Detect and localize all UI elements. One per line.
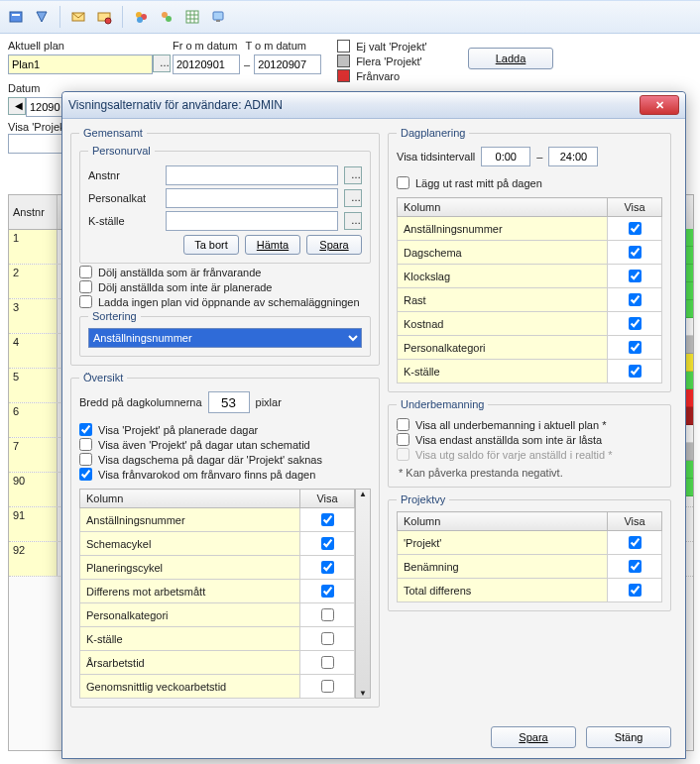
ladda-button[interactable]: Ladda: [468, 48, 553, 69]
chk-ov-1[interactable]: [79, 423, 92, 436]
table-visa-checkbox[interactable]: [629, 222, 642, 235]
scrollbar[interactable]: ▲▼: [355, 489, 371, 699]
spara-button[interactable]: Spara: [491, 726, 576, 748]
lbl-ov-4: Visa frånvarokod om frånvaro finns på da…: [98, 469, 315, 481]
pick-personalkat[interactable]: …: [344, 189, 362, 207]
input-bredd[interactable]: [208, 391, 250, 413]
th-visa: Visa: [608, 512, 662, 531]
spara-urval-button[interactable]: Spara: [306, 235, 362, 255]
tabort-button[interactable]: Ta bort: [183, 235, 239, 255]
table-visa-checkbox[interactable]: [321, 585, 334, 598]
table-cell-name: Anställningsnummer: [398, 217, 608, 241]
toolbar-btn-6[interactable]: [155, 5, 178, 29]
table-visa-checkbox[interactable]: [321, 608, 334, 621]
table-cell-name: Schemacykel: [80, 532, 300, 556]
table-visa-checkbox[interactable]: [321, 537, 334, 550]
chk-hide-oplanerad[interactable]: [79, 280, 92, 293]
table-visa-checkbox[interactable]: [321, 632, 334, 645]
input-time-from[interactable]: [481, 147, 530, 166]
th-kolumn: Kolumn: [398, 198, 608, 217]
table-cell-name: K-ställe: [398, 360, 608, 383]
table-cell-name: Total differens: [398, 579, 608, 602]
chk-ov-3[interactable]: [79, 453, 92, 466]
swatch-franvaro: [337, 69, 350, 82]
input-personalkat[interactable]: [166, 188, 338, 208]
stang-button[interactable]: Stäng: [586, 726, 671, 748]
row-number: 90: [9, 473, 58, 506]
table-visa-checkbox[interactable]: [629, 365, 642, 378]
svg-rect-10: [186, 11, 198, 23]
col-anstnr: Anstnr: [9, 195, 58, 229]
input-kstalle[interactable]: [166, 211, 338, 231]
row-number: 2: [9, 265, 58, 298]
lbl-no-load: Ladda ingen plan vid öppnande av schemal…: [98, 296, 360, 308]
input-time-to[interactable]: [548, 147, 598, 166]
table-cell-name: Planeringscykel: [80, 556, 300, 580]
svg-point-7: [137, 17, 143, 23]
sort-select[interactable]: Anställningsnummer: [88, 328, 362, 348]
pick-kstalle[interactable]: …: [344, 212, 362, 230]
legend-ej: Ej valt 'Projekt': [356, 41, 426, 53]
to-date[interactable]: [254, 55, 321, 74]
table-visa-checkbox[interactable]: [629, 293, 642, 306]
toolbar-btn-2[interactable]: [30, 5, 54, 29]
table-cell-name: 'Projekt': [398, 531, 608, 555]
input-anstnr[interactable]: [166, 165, 338, 185]
table-visa-checkbox[interactable]: [629, 341, 642, 354]
tom-label: T o m datum: [245, 40, 306, 52]
toolbar-btn-4[interactable]: [92, 5, 116, 29]
chk-hide-franvaro[interactable]: [79, 266, 92, 278]
row-number: 6: [9, 403, 58, 437]
table-cell-name: Årsarbetstid: [80, 651, 300, 675]
plan-label: Aktuell plan: [8, 40, 157, 52]
toolbar-btn-5[interactable]: [129, 5, 153, 29]
oversikt-table[interactable]: KolumnVisa AnställningsnummerSchemacykel…: [79, 489, 355, 699]
group-under: Underbemanning Visa all underbemanning i…: [388, 398, 671, 488]
plan-input[interactable]: [8, 55, 153, 74]
legend-oversikt: Översikt: [79, 372, 127, 383]
lbl-pixlar: pixlar: [256, 396, 282, 408]
table-visa-checkbox[interactable]: [321, 656, 334, 669]
table-visa-checkbox[interactable]: [629, 270, 642, 282]
dag-table[interactable]: KolumnVisa AnställningsnummerDagschemaKl…: [397, 197, 662, 383]
hamta-button[interactable]: Hämta: [245, 235, 300, 255]
toolbar-btn-7[interactable]: [180, 5, 204, 29]
chk-no-load[interactable]: [79, 295, 92, 308]
toolbar-btn-3[interactable]: [66, 5, 90, 29]
chk-rast[interactable]: [397, 176, 409, 189]
main-toolbar: [0, 0, 700, 34]
lbl-personalkat: Personalkat: [88, 192, 160, 204]
table-cell-name: Personalkategori: [398, 336, 608, 360]
table-cell-name: K-ställe: [80, 627, 300, 651]
table-visa-checkbox[interactable]: [629, 560, 642, 573]
table-visa-checkbox[interactable]: [321, 680, 334, 693]
chk-ov-4[interactable]: [79, 468, 92, 481]
chk-ov-2[interactable]: [79, 438, 92, 451]
lbl-anstnr: Anstnr: [88, 169, 160, 181]
lbl-ov-1: Visa 'Projekt' på planerade dagar: [98, 424, 258, 436]
table-visa-checkbox[interactable]: [629, 536, 642, 549]
table-visa-checkbox[interactable]: [629, 246, 642, 259]
legend-sortering: Sortering: [88, 310, 141, 322]
projektvy-table[interactable]: KolumnVisa 'Projekt'BenämningTotal diffe…: [397, 511, 662, 602]
title-bar: Visningsalternativ för användare: ADMIN …: [62, 92, 685, 119]
table-visa-checkbox[interactable]: [629, 584, 642, 597]
close-button[interactable]: ✕: [640, 95, 679, 115]
chk-under-1[interactable]: [397, 418, 409, 431]
table-visa-checkbox[interactable]: [321, 513, 334, 526]
chk-under-2[interactable]: [397, 433, 409, 446]
swatch-ej: [337, 40, 350, 53]
table-visa-checkbox[interactable]: [629, 317, 642, 330]
datum-prev[interactable]: ◀: [8, 97, 26, 115]
separator: [59, 6, 60, 28]
table-visa-checkbox[interactable]: [321, 561, 334, 574]
toolbar-btn-8[interactable]: [206, 5, 230, 29]
toolbar-btn-1[interactable]: [4, 5, 28, 29]
options-dialog: Visningsalternativ för användare: ADMIN …: [61, 91, 686, 759]
time-dash: –: [536, 151, 542, 163]
from-date[interactable]: [173, 55, 240, 74]
note-under: * Kan påverka prestanda negativt.: [399, 467, 662, 479]
plan-picker[interactable]: …: [153, 55, 171, 72]
pick-anstnr[interactable]: …: [344, 166, 362, 184]
table-cell-name: Kostnad: [398, 312, 608, 336]
